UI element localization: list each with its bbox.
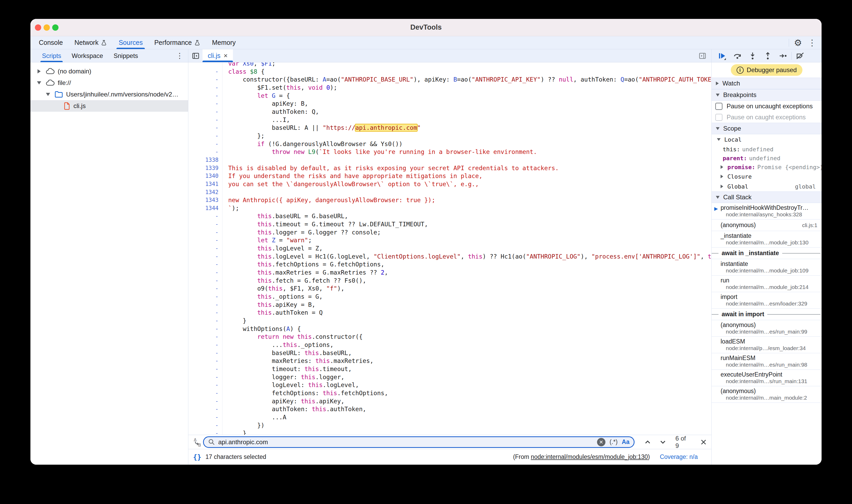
disclosure-collapsed-icon[interactable] bbox=[718, 175, 725, 178]
gutter-line-number[interactable]: - bbox=[188, 260, 223, 269]
tree-item-cli-js[interactable]: cli.js bbox=[31, 100, 188, 112]
call-stack-frame[interactable]: (anonymous)node:internal/m…main_module:2 bbox=[712, 386, 821, 403]
checkbox[interactable] bbox=[715, 114, 723, 121]
gutter-line-number[interactable]: - bbox=[188, 341, 223, 349]
gutter-line-number[interactable]: - bbox=[188, 357, 223, 365]
gutter-line-number[interactable]: - bbox=[188, 269, 223, 277]
coverage-link[interactable]: Coverage: n/a bbox=[660, 453, 698, 461]
gutter-line-number[interactable]: 1342 bbox=[188, 188, 223, 196]
section-watch[interactable]: Watch bbox=[712, 78, 821, 89]
gutter-line-number[interactable]: - bbox=[188, 293, 223, 301]
disclosure-collapsed-icon[interactable] bbox=[718, 185, 725, 188]
pretty-print-icon[interactable]: {} bbox=[193, 453, 201, 461]
tab-memory[interactable]: Memory bbox=[206, 36, 241, 49]
gutter-line-number[interactable]: - bbox=[188, 229, 223, 236]
gutter-line-number[interactable]: 1340 bbox=[188, 172, 223, 180]
tab-network[interactable]: Network bbox=[69, 36, 113, 49]
gutter-line-number[interactable]: - bbox=[188, 220, 223, 229]
gutter-line-number[interactable]: - bbox=[188, 429, 223, 435]
gutter-line-number[interactable]: - bbox=[188, 100, 223, 108]
gutter-line-number[interactable]: - bbox=[188, 365, 223, 373]
previous-match-icon[interactable] bbox=[643, 438, 652, 446]
gutter-line-number[interactable]: - bbox=[188, 92, 223, 100]
gutter-line-number[interactable]: - bbox=[188, 301, 223, 309]
gutter-line-number[interactable]: - bbox=[188, 68, 223, 76]
tree-item-users-jinhuilee-nvm-versions-node-v2-[interactable]: Users/jinhuilee/.nvm/versions/node/v2… bbox=[31, 89, 188, 100]
gutter-line-number[interactable]: - bbox=[188, 349, 223, 357]
step-out-icon[interactable] bbox=[761, 50, 775, 61]
gutter-line-number[interactable]: - bbox=[188, 285, 223, 293]
gutter-line-number[interactable]: - bbox=[188, 389, 223, 397]
navigator-tab-scripts[interactable]: Scripts bbox=[37, 49, 66, 62]
more-options-icon[interactable]: ⋮ bbox=[807, 37, 817, 48]
call-stack-frame[interactable]: promiseInitHookWithDestroyTr…node:intern… bbox=[712, 203, 821, 219]
gutter-line-number[interactable]: - bbox=[188, 309, 223, 317]
minimize-window-button[interactable] bbox=[43, 24, 50, 31]
gutter-line-number[interactable]: - bbox=[188, 277, 223, 285]
gutter-line-number[interactable]: 1341 bbox=[188, 180, 223, 188]
gutter-line-number[interactable]: - bbox=[188, 124, 223, 132]
tab-performance[interactable]: Performance bbox=[148, 36, 206, 49]
call-stack-frame[interactable]: runnode:internal/m…module_job:214 bbox=[712, 275, 821, 292]
match-case-toggle[interactable]: Aa bbox=[622, 438, 629, 446]
gutter-line-number[interactable]: - bbox=[188, 325, 223, 333]
source-origin-link[interactable]: node:internal/modules/esm/module_job:130 bbox=[531, 453, 648, 460]
gutter-line-number[interactable]: - bbox=[188, 381, 223, 389]
file-tab-clijs[interactable]: cli.js × bbox=[202, 49, 233, 62]
disclosure-expanded-icon[interactable] bbox=[715, 138, 722, 141]
scope-entry-local[interactable]: Local bbox=[712, 134, 821, 145]
tree-item-file-[interactable]: file:// bbox=[31, 77, 188, 89]
call-stack-frame[interactable]: instantiatenode:internal/m…module_job:10… bbox=[712, 259, 821, 275]
disclosure-expanded-icon[interactable] bbox=[45, 93, 51, 96]
gutter-line-number[interactable]: - bbox=[188, 140, 223, 148]
step-icon[interactable] bbox=[776, 50, 790, 61]
step-over-icon[interactable] bbox=[730, 50, 744, 61]
code-editor[interactable]: var Xs0, $F1;-class $8 {-constructor({ba… bbox=[188, 62, 711, 435]
gutter-line-number[interactable]: - bbox=[188, 75, 223, 84]
disclosure-collapsed-icon[interactable] bbox=[36, 69, 42, 73]
gutter-line-number[interactable]: 1339 bbox=[188, 164, 223, 172]
gutter-line-number[interactable]: - bbox=[188, 245, 223, 253]
scope-entry-global[interactable]: Globalglobal bbox=[712, 181, 821, 192]
regex-toggle[interactable]: (.*) bbox=[610, 438, 618, 446]
call-stack-frame[interactable]: executeUserEntryPointnode:internal/m…s/r… bbox=[712, 370, 821, 386]
resume-script-icon[interactable] bbox=[715, 50, 729, 61]
gutter-line-number[interactable]: - bbox=[188, 253, 223, 260]
deactivate-breakpoints-icon[interactable] bbox=[793, 50, 807, 61]
find-replace-toggle-icon[interactable]: AB bbox=[192, 438, 203, 447]
gutter-line-number[interactable]: - bbox=[188, 212, 223, 220]
scope-entry-promise[interactable]: promise:Promise {<pending>} bbox=[712, 163, 821, 172]
gutter-line-number[interactable]: - bbox=[188, 236, 223, 245]
disclosure-collapsed-icon[interactable] bbox=[718, 165, 725, 169]
close-window-button[interactable] bbox=[35, 24, 41, 31]
step-into-icon[interactable] bbox=[746, 50, 759, 61]
scope-entry-closure[interactable]: Closure bbox=[712, 172, 821, 181]
search-input[interactable]: api.anthropic.com ✕ (.*) Aa bbox=[203, 436, 635, 448]
call-stack-frame[interactable]: _instantiatenode:internal/m…module_job:1… bbox=[712, 231, 821, 248]
navigator-more-icon[interactable]: ⋮ bbox=[176, 49, 188, 62]
disclosure-expanded-icon[interactable] bbox=[36, 81, 42, 85]
checkbox[interactable] bbox=[715, 103, 723, 110]
section-breakpoints[interactable]: Breakpoints bbox=[712, 89, 821, 101]
call-stack-frame[interactable]: importnode:internal/m…esm/loader:329 bbox=[712, 292, 821, 309]
section-call-stack[interactable]: Call Stack bbox=[712, 192, 821, 203]
gutter-line-number[interactable]: - bbox=[188, 405, 223, 413]
hide-navigator-icon[interactable] bbox=[191, 51, 201, 61]
gutter-line-number[interactable]: - bbox=[188, 116, 223, 124]
gutter-line-number[interactable]: - bbox=[188, 333, 223, 341]
file-tab-close-icon[interactable]: × bbox=[224, 52, 228, 60]
call-stack-frame[interactable]: (anonymous)node:internal/m…es/run_main:9… bbox=[712, 320, 821, 337]
dock-panel-icon[interactable] bbox=[697, 51, 708, 61]
settings-gear-icon[interactable]: ⚙ bbox=[793, 37, 803, 48]
maximize-window-button[interactable] bbox=[52, 24, 58, 31]
tab-console[interactable]: Console bbox=[33, 36, 69, 49]
call-stack-frame[interactable]: loadESMnode:internal/p…/esm_loader:34 bbox=[712, 337, 821, 353]
gutter-line-number[interactable]: - bbox=[188, 317, 223, 325]
clear-search-icon[interactable]: ✕ bbox=[597, 438, 605, 446]
gutter-line-number[interactable]: - bbox=[188, 148, 223, 156]
section-scope[interactable]: Scope bbox=[712, 123, 821, 134]
gutter-line-number[interactable]: - bbox=[188, 421, 223, 430]
gutter-line-number[interactable] bbox=[188, 62, 223, 68]
gutter-line-number[interactable]: - bbox=[188, 108, 223, 116]
navigator-tab-snippets[interactable]: Snippets bbox=[108, 49, 143, 62]
